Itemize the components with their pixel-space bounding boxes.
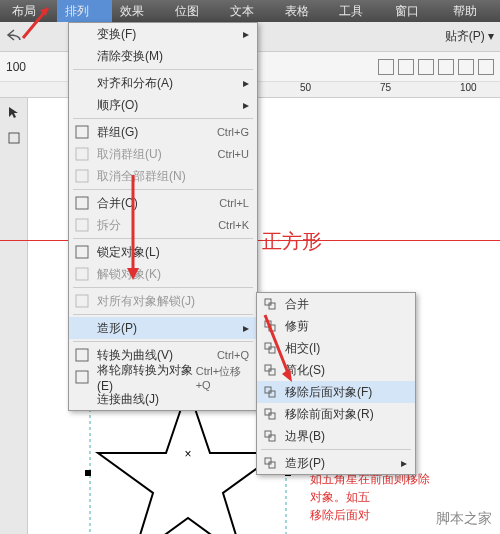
menu-tools[interactable]: 工具(O) [331,0,387,22]
menu-item[interactable]: 变换(F)▸ [69,23,257,45]
curve-icon [75,348,89,362]
boundary-icon [263,429,277,443]
svg-rect-23 [265,409,271,415]
svg-rect-0 [9,133,19,143]
svg-rect-26 [269,435,275,441]
svg-rect-27 [265,458,271,464]
menu-item[interactable]: 造形(P)▸ [69,317,257,339]
svg-rect-6 [76,197,88,209]
svg-rect-5 [76,170,88,182]
shaping-icon [263,456,277,470]
ruler-tick: 100 [460,82,477,93]
unlock-all-icon [75,294,89,308]
shaping-submenu: 合并修剪相交(I)简化(S)移除后面对象(F)移除前面对象(R)边界(B)造形(… [256,292,416,475]
menu-help[interactable]: 帮助(H) [445,0,500,22]
menu-item[interactable]: 对齐和分布(A)▸ [69,72,257,94]
svg-rect-4 [76,148,88,160]
group-icon [75,125,89,139]
submenu-item[interactable]: 合并 [257,293,415,315]
svg-rect-28 [269,462,275,468]
menu-item[interactable]: 将轮廓转换为对象(E)Ctrl+位移+Q [69,366,257,388]
svg-rect-12 [76,371,88,383]
combine-icon [75,196,89,210]
svg-rect-3 [76,126,88,138]
align-icon-6[interactable] [478,59,494,75]
svg-rect-7 [76,219,88,231]
menu-item[interactable]: 连接曲线(J) [69,388,257,410]
menu-item: 对所有对象解锁(J) [69,290,257,312]
submenu-item[interactable]: 简化(S) [257,359,415,381]
menu-item[interactable]: 合并(C)Ctrl+L [69,192,257,214]
menu-arrange[interactable]: 排列(A) [57,0,112,22]
menu-layout[interactable]: 布局(L) [4,0,57,22]
intersect-icon [263,341,277,355]
align-icon-1[interactable] [378,59,394,75]
menu-effects[interactable]: 效果(C) [112,0,167,22]
svg-text:×: × [184,447,191,461]
submenu-item[interactable]: 移除前面对象(R) [257,403,415,425]
svg-rect-18 [269,347,275,353]
menu-item: 取消全部群组(N) [69,165,257,187]
svg-rect-19 [265,365,271,371]
menu-bitmap[interactable]: 位图(B) [167,0,222,22]
menu-window[interactable]: 窗口(W) [387,0,445,22]
align-icon-3[interactable] [418,59,434,75]
weld-icon [263,297,277,311]
snap-dropdown[interactable]: 贴齐(P) ▾ [445,28,494,45]
svg-rect-11 [76,349,88,361]
ruler-tick: 50 [300,82,311,93]
break-icon [75,218,89,232]
lock-icon [75,245,89,259]
submenu-item[interactable]: 相交(I) [257,337,415,359]
menu-item[interactable]: 群组(G)Ctrl+G [69,121,257,143]
toolbox [0,98,28,534]
align-icon-2[interactable] [398,59,414,75]
menu-table[interactable]: 表格(T) [277,0,331,22]
ruler-value: 100 [6,60,26,74]
annotation-square: 正方形 [262,228,322,255]
front-minus-icon [263,407,277,421]
menu-item[interactable]: 顺序(O)▸ [69,94,257,116]
align-icon-5[interactable] [458,59,474,75]
ungroup-icon [75,147,89,161]
annotation-note: 如五角星在前面则移除 对象。如五 移除后面对 [310,470,430,524]
menu-item: 拆分Ctrl+K [69,214,257,236]
trim-icon [263,319,277,333]
outline-icon [75,370,89,384]
svg-rect-14 [269,303,275,309]
undo-icon[interactable] [6,28,24,45]
menu-item: 取消群组(U)Ctrl+U [69,143,257,165]
pick-tool-icon[interactable] [2,100,26,124]
ruler-tick: 75 [380,82,391,93]
svg-rect-24 [269,413,275,419]
svg-rect-13 [265,299,271,305]
align-icon-4[interactable] [438,59,454,75]
unlock-icon [75,267,89,281]
svg-rect-17 [265,343,271,349]
svg-rect-16 [269,325,275,331]
menubar: 布局(L) 排列(A) 效果(C) 位图(B) 文本(X) 表格(T) 工具(O… [0,0,500,22]
simplify-icon [263,363,277,377]
arrange-menu: 变换(F)▸清除变换(M)对齐和分布(A)▸顺序(O)▸群组(G)Ctrl+G取… [68,22,258,411]
submenu-item[interactable]: 修剪 [257,315,415,337]
footer-watermark: 脚本之家 [436,510,492,528]
svg-rect-25 [265,431,271,437]
svg-rect-20 [269,369,275,375]
svg-rect-15 [265,321,271,327]
svg-rect-21 [265,387,271,393]
shape-tool-icon[interactable] [2,126,26,150]
menu-item[interactable]: 锁定对象(L) [69,241,257,263]
submenu-item[interactable]: 边界(B) [257,425,415,447]
submenu-item[interactable]: 造形(P)▸ [257,452,415,474]
menu-item[interactable]: 清除变换(M) [69,45,257,67]
ungroup-all-icon [75,169,89,183]
svg-rect-8 [76,246,88,258]
menu-text[interactable]: 文本(X) [222,0,277,22]
menu-item: 解锁对象(K) [69,263,257,285]
svg-rect-22 [269,391,275,397]
svg-rect-9 [76,268,88,280]
submenu-item[interactable]: 移除后面对象(F) [257,381,415,403]
svg-rect-10 [76,295,88,307]
back-minus-icon [263,385,277,399]
